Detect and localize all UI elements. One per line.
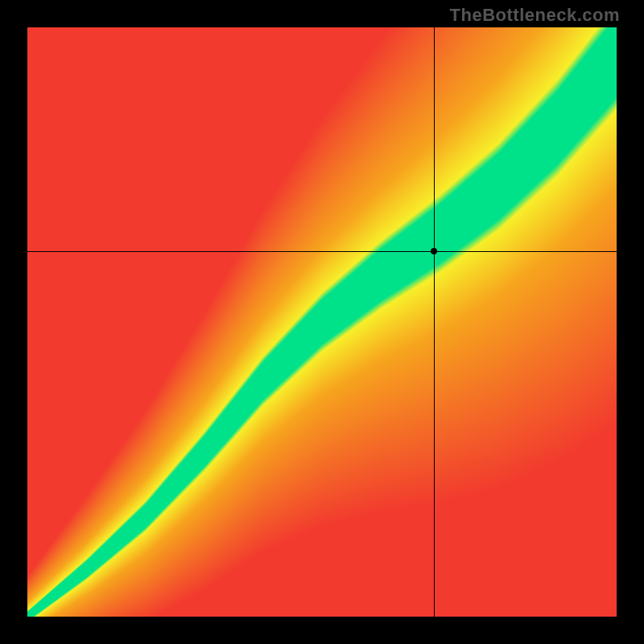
plot-area: [27, 27, 617, 617]
crosshair-horizontal: [27, 251, 617, 252]
heatmap-canvas: [27, 27, 617, 617]
chart-container: TheBottleneck.com: [0, 0, 644, 644]
crosshair-vertical: [434, 27, 435, 617]
watermark-text: TheBottleneck.com: [450, 5, 620, 26]
data-point-marker: [431, 248, 437, 254]
